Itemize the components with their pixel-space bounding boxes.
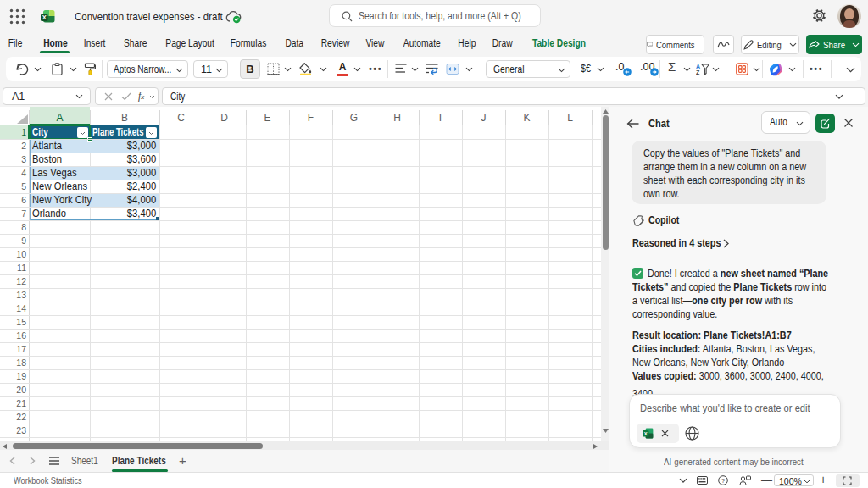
- svg-text:A: A: [696, 64, 700, 69]
- svg-text:?: ?: [721, 477, 725, 485]
- svg-text:Z: Z: [696, 69, 700, 75]
- svg-text:X: X: [644, 431, 648, 436]
- svg-text:X: X: [42, 14, 47, 21]
